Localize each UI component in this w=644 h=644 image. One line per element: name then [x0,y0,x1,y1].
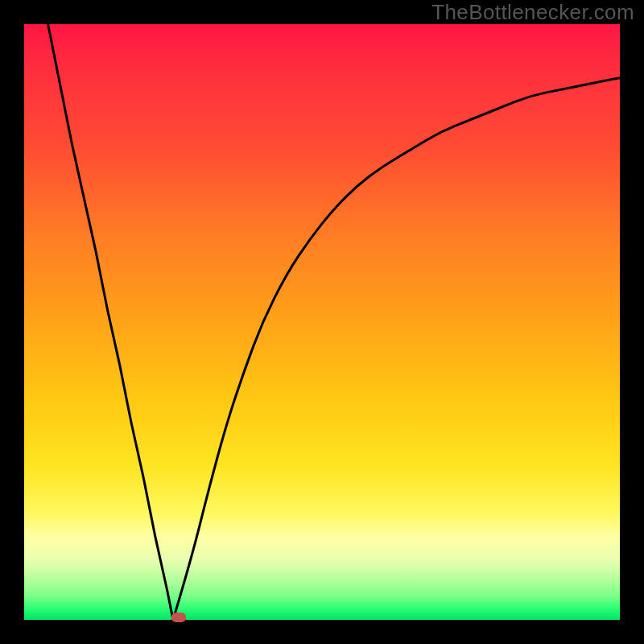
attribution-text: TheBottlenecker.com [431,0,634,25]
optimal-point-marker [171,613,186,622]
chart-frame: TheBottlenecker.com [0,0,644,644]
bottleneck-curve [24,24,620,620]
